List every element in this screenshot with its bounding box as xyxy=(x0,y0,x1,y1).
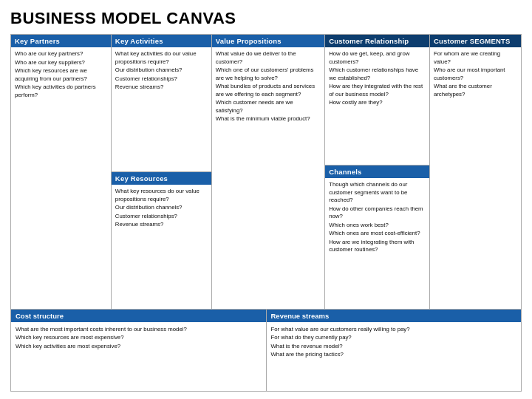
resources-section: Key Resources What key resources do our … xyxy=(112,172,211,309)
relationship-header: Customer Relationship xyxy=(325,35,429,47)
col-value: Value Propositions What value do we deli… xyxy=(212,35,325,309)
revenue-section: Revenue streams For what value are our c… xyxy=(267,310,522,391)
col-partners: Key Partners Who are our key partners? W… xyxy=(11,35,112,309)
partners-line-1: Who are our key partners? xyxy=(15,50,107,58)
value-body: What value do we deliver to the customer… xyxy=(212,47,324,309)
activities-line-1: What key activities do our value proposi… xyxy=(115,50,208,66)
activities-line-4: Revenue streams? xyxy=(115,83,208,92)
relationship-line-2: Which customer relationships have we est… xyxy=(329,66,426,82)
activities-line-2: Our distribution channels? xyxy=(115,66,208,75)
activities-header: Key Activities xyxy=(112,35,211,47)
partners-body: Who are our key partners? Who are our ke… xyxy=(11,47,111,309)
cost-body: What are the most important costs inhere… xyxy=(11,322,266,353)
revenue-line-2: For what do they currently pay? xyxy=(271,333,517,341)
top-section: Key Partners Who are our key partners? W… xyxy=(11,35,521,310)
channels-line-1: Though which channels do our customer se… xyxy=(329,181,426,205)
canvas-grid: Key Partners Who are our key partners? W… xyxy=(10,34,522,392)
value-header: Value Propositions xyxy=(212,35,324,47)
value-line-3: What bundles of products and services ar… xyxy=(216,83,321,98)
segments-body: For whom are we creating value? Who are … xyxy=(430,47,521,309)
value-line-1: What value do we deliver to the customer… xyxy=(216,50,321,66)
col-relationship-channels: Customer Relationship How do we get, kee… xyxy=(325,35,430,309)
revenue-line-1: For what value are our customers really … xyxy=(271,325,517,333)
value-line-5: What is the minimum viable product? xyxy=(216,115,321,123)
segments-line-1: For whom are we creating value? xyxy=(434,50,517,66)
relationship-body: How do we get, keep, and grow customers?… xyxy=(325,47,429,165)
channels-body: Though which channels do our customer se… xyxy=(325,178,429,309)
revenue-header: Revenue streams xyxy=(267,310,522,322)
bottom-section: Cost structure What are the most importa… xyxy=(11,310,521,391)
segments-line-2: Who are our most important customers? xyxy=(434,66,517,82)
partners-line-4: Which key activities do partners perform… xyxy=(15,83,107,99)
activities-body: What key activities do our value proposi… xyxy=(112,47,211,171)
resources-header: Key Resources xyxy=(112,172,211,185)
segments-header: Customer SEGMENTS xyxy=(430,35,521,47)
resources-body: What key resources do our value proposit… xyxy=(112,185,211,309)
col-segments: Customer SEGMENTS For whom are we creati… xyxy=(430,35,521,309)
resources-line-4: Revenue streams? xyxy=(115,221,208,229)
channels-line-3: Which ones work best? xyxy=(329,222,426,230)
relationship-line-4: How costly are they? xyxy=(329,99,426,107)
partners-line-2: Who are our key suppliers? xyxy=(15,59,107,67)
resources-line-2: Our distribution channels? xyxy=(115,204,208,212)
channels-line-5: How are we integrating them with custome… xyxy=(329,239,426,254)
value-line-4: Which customer needs are we satisfying? xyxy=(216,99,321,115)
channels-line-4: Which ones are most cost-efficient? xyxy=(329,230,426,238)
partners-line-3: Which key resources are we acquiring fro… xyxy=(15,67,107,83)
cost-line-3: Which key activities are most expensive? xyxy=(16,342,262,350)
cost-line-1: What are the most important costs inhere… xyxy=(16,325,262,333)
channels-line-2: How do other companies reach them now? xyxy=(329,205,426,221)
cost-header: Cost structure xyxy=(11,310,266,322)
page: BUSINESS MODEL CANVAS Key Partners Who a… xyxy=(0,0,532,399)
channels-header: Channels xyxy=(325,166,429,178)
resources-line-1: What key resources do our value proposit… xyxy=(115,188,208,203)
page-title: BUSINESS MODEL CANVAS xyxy=(10,9,522,28)
relationship-line-1: How do we get, keep, and grow customers? xyxy=(329,50,426,66)
relationship-top: Customer Relationship How do we get, kee… xyxy=(325,35,429,166)
channels-section: Channels Though which channels do our cu… xyxy=(325,166,429,309)
resources-line-3: Customer relationships? xyxy=(115,213,208,221)
value-line-2: Which one of our customers' problems are… xyxy=(216,66,321,82)
col-activities: Key Activities What key activities do ou… xyxy=(112,35,212,309)
partners-header: Key Partners xyxy=(11,35,111,47)
cost-section: Cost structure What are the most importa… xyxy=(11,310,267,391)
revenue-body: For what value are our customers really … xyxy=(267,322,522,361)
revenue-line-4: What are the pricing tactics? xyxy=(271,350,517,358)
revenue-line-3: What is the revenue model? xyxy=(271,342,517,350)
cost-line-2: Which key resources are most expensive? xyxy=(16,333,262,341)
activities-top: Key Activities What key activities do ou… xyxy=(112,35,211,172)
relationship-line-3: How are they integrated with the rest of… xyxy=(329,83,426,98)
activities-line-3: Customer relationships? xyxy=(115,75,208,83)
segments-line-3: What are the customer archetypes? xyxy=(434,83,517,98)
